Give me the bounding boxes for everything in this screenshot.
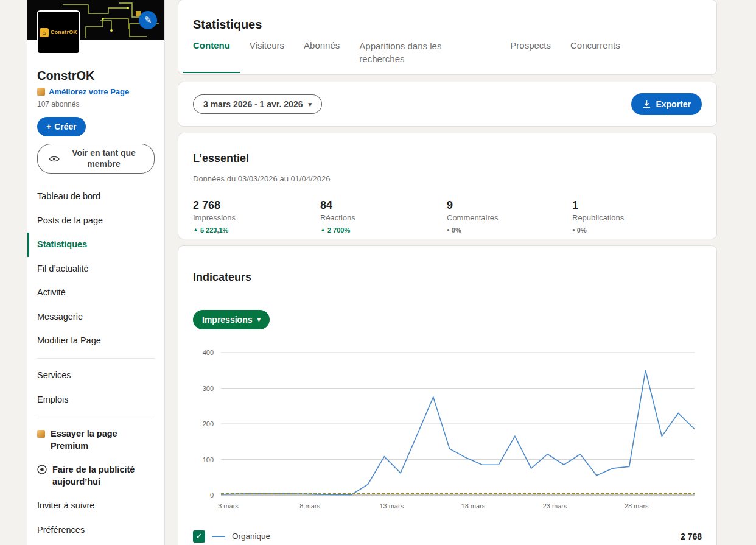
date-range-label: 3 mars 2026 - 1 avr. 2026	[203, 99, 303, 109]
legend-total: 2 768	[681, 532, 702, 541]
svg-text:200: 200	[203, 420, 214, 427]
tab-abonnes[interactable]: Abonnés	[294, 40, 349, 73]
export-button[interactable]: Exporter	[631, 93, 702, 115]
download-icon	[642, 100, 651, 109]
trend-up-icon: ▲	[193, 227, 198, 233]
metric-delta: ● 0%	[447, 227, 572, 234]
premium-icon	[37, 88, 45, 96]
sidebar-item-faire-publicite[interactable]: Faire de la publicité aujourd’hui	[27, 458, 164, 494]
metric-label: Republications	[572, 213, 702, 222]
page-name: ConstrOK	[37, 68, 155, 83]
create-button[interactable]: + Créer	[37, 117, 86, 136]
metric-impressions: 2 768 Impressions ▲ 5 223,1%	[193, 199, 320, 234]
upgrade-page-link[interactable]: Améliorez votre Page	[37, 87, 155, 96]
metric-value: 9	[447, 199, 572, 212]
chart-area: 01002003004003 mars8 mars13 mars18 mars2…	[193, 344, 702, 521]
statistics-tabs: Contenu Visiteurs Abonnés Apparitions da…	[183, 40, 702, 73]
essentials-subtitle: Données du 03/03/2026 au 01/04/2026	[193, 174, 702, 183]
sidebar-item-inviter-a-suivre[interactable]: Inviter à suivre	[27, 494, 164, 518]
logo-text: ConstrOK	[51, 29, 77, 35]
sidebar-item-fil-actualite[interactable]: Fil d’actualité	[27, 257, 164, 281]
followers-count: 107 abonnés	[37, 100, 155, 108]
premium-label: Essayer la page Premium	[51, 428, 148, 452]
check-icon: ✓	[196, 532, 203, 541]
page-info: ConstrOK Améliorez votre Page 107 abonné…	[27, 40, 164, 174]
metric-delta: ▲ 2 700%	[320, 227, 447, 234]
svg-text:18 mars: 18 mars	[461, 502, 486, 510]
page-logo: ⌂ ConstrOK	[37, 10, 80, 54]
sidebar-item-preferences[interactable]: Préférences	[27, 518, 164, 543]
tab-prospects[interactable]: Prospects	[500, 40, 561, 73]
ads-icon	[37, 465, 47, 474]
indicators-card: Indicateurs Impressions ▾ 01002003004003…	[178, 246, 716, 545]
sidebar-item-messagerie[interactable]: Messagerie	[27, 305, 164, 329]
sidebar-item-essayer-premium[interactable]: Essayer la page Premium	[27, 422, 164, 458]
view-as-member-button[interactable]: Voir en tant que membre	[37, 144, 155, 174]
view-as-member-label: Voir en tant que membre	[65, 148, 144, 169]
edit-cover-button[interactable]: ✎	[139, 11, 157, 29]
svg-text:13 mars: 13 mars	[379, 502, 404, 510]
metric-value: 84	[320, 199, 447, 212]
organique-checkbox[interactable]: ✓	[193, 530, 205, 543]
chevron-down-icon: ▾	[257, 316, 261, 323]
metric-delta: ▲ 5 223,1%	[193, 227, 320, 234]
metric-value: 1	[572, 199, 702, 212]
metric-value: 2 768	[193, 199, 320, 212]
metric-label: Réactions	[320, 213, 447, 222]
svg-text:0: 0	[210, 491, 214, 499]
tab-concurrents[interactable]: Concurrents	[561, 40, 630, 73]
create-label: Créer	[54, 122, 77, 132]
date-range-picker[interactable]: 3 mars 2026 - 1 avr. 2026 ▾	[193, 94, 322, 114]
svg-text:400: 400	[203, 349, 214, 356]
essentials-card: L’essentiel Données du 03/03/2026 au 01/…	[178, 133, 716, 239]
metric-commentaires: 9 Commentaires ● 0%	[447, 199, 572, 234]
trend-flat-icon: ●	[447, 228, 450, 233]
sidebar-nav: Tableau de bord Posts de la page Statist…	[27, 185, 164, 542]
metric-label: Impressions	[193, 213, 320, 222]
sidebar-item-statistiques[interactable]: Statistiques	[27, 233, 164, 257]
sidebar-item-emplois[interactable]: Emplois	[27, 388, 164, 412]
metric-reactions: 84 Réactions ▲ 2 700%	[320, 199, 447, 234]
metric-selector-label: Impressions	[202, 315, 252, 325]
trend-up-icon: ▲	[320, 227, 326, 233]
upgrade-label: Améliorez votre Page	[49, 87, 129, 96]
sidebar-item-tableau-de-bord[interactable]: Tableau de bord	[27, 185, 164, 209]
svg-text:8 mars: 8 mars	[299, 502, 320, 510]
metric-selector-dropdown[interactable]: Impressions ▾	[193, 310, 270, 329]
metrics-row: 2 768 Impressions ▲ 5 223,1% 84 Réaction…	[193, 199, 702, 234]
statistics-header-card: Statistiques Contenu Visiteurs Abonnés A…	[178, 0, 716, 74]
pencil-icon: ✎	[144, 15, 152, 26]
tab-visiteurs[interactable]: Visiteurs	[240, 40, 294, 73]
svg-text:23 mars: 23 mars	[543, 502, 567, 510]
essentials-title: L’essentiel	[193, 152, 702, 165]
svg-text:300: 300	[203, 384, 214, 392]
divider	[37, 417, 155, 417]
svg-text:100: 100	[203, 455, 214, 463]
tab-contenu[interactable]: Contenu	[183, 40, 240, 73]
premium-icon	[37, 430, 45, 438]
metric-label: Commentaires	[447, 213, 572, 222]
sidebar-item-posts-de-la-page[interactable]: Posts de la page	[27, 209, 164, 233]
linkedin-page-admin: ✎ ⌂ ConstrOK ConstrOK Améliorez votre Pa…	[0, 0, 756, 545]
trend-flat-icon: ●	[572, 228, 575, 233]
ads-label: Faire de la publicité aujourd’hui	[52, 464, 150, 488]
organique-line-sample	[212, 536, 225, 537]
sidebar-item-activite[interactable]: Activité	[27, 281, 164, 305]
legend-label: Organique	[232, 532, 270, 541]
tab-apparitions-recherches[interactable]: Apparitions dans les recherches	[349, 40, 466, 73]
export-label: Exporter	[656, 99, 691, 109]
sidebar-item-modifier-la-page[interactable]: Modifier la Page	[27, 329, 164, 353]
page-title: Statistiques	[193, 18, 702, 32]
chevron-down-icon: ▾	[308, 101, 312, 108]
svg-text:3 mars: 3 mars	[218, 502, 239, 510]
logo-house-icon: ⌂	[40, 28, 49, 37]
impressions-line-chart: 01002003004003 mars8 mars13 mars18 mars2…	[193, 344, 702, 521]
indicators-title: Indicateurs	[193, 271, 702, 284]
sidebar: ✎ ⌂ ConstrOK ConstrOK Améliorez votre Pa…	[27, 0, 164, 545]
sidebar-item-services[interactable]: Services	[27, 364, 164, 388]
metric-delta: ● 0%	[572, 227, 702, 234]
filter-card: 3 mars 2026 - 1 avr. 2026 ▾ Exporter	[178, 82, 716, 126]
eye-icon	[49, 155, 60, 163]
divider	[37, 358, 155, 359]
svg-text:28 mars: 28 mars	[625, 502, 649, 510]
